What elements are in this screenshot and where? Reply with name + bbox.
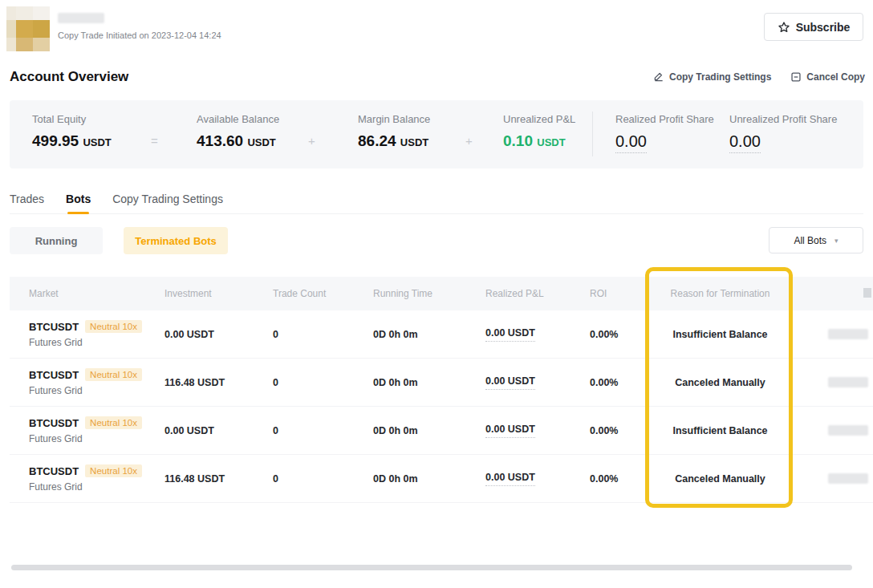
strategy-badge: Neutral 10x bbox=[85, 416, 142, 429]
col-market: Market bbox=[10, 288, 156, 299]
strategy-badge: Neutral 10x bbox=[85, 464, 142, 477]
action-redacted[interactable] bbox=[828, 377, 868, 387]
edit-icon bbox=[653, 71, 664, 83]
stat-unrealized-pnl: Unrealized P&L 0.10 USDT bbox=[503, 113, 575, 150]
col-trade-count: Trade Count bbox=[265, 288, 365, 299]
roi-cell: 0.00% bbox=[582, 329, 646, 340]
bot-type-dropdown-value: All Bots bbox=[794, 235, 826, 246]
strategy-badge: Neutral 10x bbox=[85, 320, 142, 333]
running-time-cell: 0D 0h 0m bbox=[365, 473, 477, 485]
col-running-time: Running Time bbox=[365, 288, 477, 299]
market-symbol: BTCUSDT bbox=[29, 417, 79, 429]
bot-type-label: Futures Grid bbox=[29, 481, 156, 493]
investment-cell: 116.48 USDT bbox=[156, 473, 265, 485]
action-redacted[interactable] bbox=[828, 473, 868, 484]
termination-reason-cell: Insufficient Balance bbox=[646, 425, 794, 436]
running-filter-button[interactable]: Running bbox=[10, 227, 103, 254]
overview-actions: Copy Trading Settings Cancel Copy bbox=[653, 71, 865, 83]
bot-type-label: Futures Grid bbox=[29, 385, 156, 396]
trade-count-cell: 0 bbox=[265, 329, 365, 340]
action-redacted[interactable] bbox=[828, 329, 868, 339]
row-action-cell bbox=[794, 473, 873, 484]
trade-count-cell: 0 bbox=[265, 425, 365, 436]
stat-unrealized-profit-share: Unrealized Profit Share 0.00 bbox=[729, 113, 837, 153]
realized-pnl-cell: 0.00 USDT bbox=[477, 375, 582, 390]
row-action-cell bbox=[794, 377, 873, 387]
stat-margin-balance: Margin Balance 86.24 USDT bbox=[358, 113, 430, 150]
investment-cell: 0.00 USDT bbox=[156, 425, 265, 436]
termination-reason-cell: Insufficient Balance bbox=[646, 329, 794, 340]
clipped-column-sliver bbox=[863, 288, 871, 298]
stats-divider bbox=[592, 112, 593, 156]
plus-operator-1: + bbox=[308, 134, 315, 148]
plus-operator-2: + bbox=[465, 134, 473, 148]
equals-operator: = bbox=[151, 134, 158, 148]
col-realized-pnl: Realized P&L bbox=[477, 288, 582, 299]
cancel-copy-button[interactable]: Cancel Copy bbox=[790, 71, 865, 83]
copy-trading-detail-page: Copy Trade Initiated on 2023-12-04 14:24… bbox=[0, 0, 873, 588]
roi-cell: 0.00% bbox=[582, 377, 646, 388]
horizontal-scrollbar[interactable] bbox=[11, 565, 852, 570]
market-symbol: BTCUSDT bbox=[29, 465, 79, 477]
stat-realized-profit-share: Realized Profit Share 0.00 bbox=[615, 113, 714, 153]
chevron-down-icon: ▾ bbox=[834, 237, 838, 245]
trade-count-cell: 0 bbox=[265, 473, 365, 485]
account-overview-header: Account Overview Copy Trading Settings bbox=[10, 67, 865, 87]
subscribe-button[interactable]: Subscribe bbox=[764, 13, 863, 41]
investment-cell: 116.48 USDT bbox=[156, 377, 265, 388]
table-header-row: Market Investment Trade Count Running Ti… bbox=[10, 277, 873, 310]
page-header: Copy Trade Initiated on 2023-12-04 14:24… bbox=[6, 5, 863, 53]
copy-initiated-text: Copy Trade Initiated on 2023-12-04 14:24 bbox=[58, 30, 221, 40]
page-title: Account Overview bbox=[10, 69, 128, 85]
subscribe-label: Subscribe bbox=[796, 21, 851, 34]
star-icon bbox=[778, 21, 790, 34]
trader-avatar bbox=[6, 6, 50, 51]
table-row: BTCUSDT Neutral 10x Futures Grid 0.00 US… bbox=[10, 310, 873, 359]
bot-type-label: Futures Grid bbox=[29, 337, 156, 348]
minus-square-icon bbox=[790, 71, 802, 83]
bot-type-dropdown[interactable]: All Bots ▾ bbox=[769, 227, 863, 253]
copy-trading-settings-button[interactable]: Copy Trading Settings bbox=[653, 71, 771, 83]
bots-filter-row: Running Terminated Bots All Bots ▾ bbox=[10, 227, 863, 254]
stat-available-balance: Available Balance 413.60 USDT bbox=[197, 113, 279, 150]
main-tabs: Trades Bots Copy Trading Settings bbox=[10, 193, 863, 214]
bot-type-label: Futures Grid bbox=[29, 433, 156, 444]
running-time-cell: 0D 0h 0m bbox=[365, 329, 477, 340]
running-time-cell: 0D 0h 0m bbox=[365, 425, 477, 436]
terminated-bots-filter-button[interactable]: Terminated Bots bbox=[124, 227, 228, 254]
tab-copy-trading-settings[interactable]: Copy Trading Settings bbox=[112, 193, 223, 213]
tab-trades[interactable]: Trades bbox=[10, 193, 44, 213]
action-redacted[interactable] bbox=[828, 425, 868, 436]
account-stats-bar: Total Equity 499.95 USDT = Available Bal… bbox=[10, 100, 863, 168]
roi-cell: 0.00% bbox=[582, 425, 646, 436]
copy-trading-settings-label: Copy Trading Settings bbox=[669, 71, 771, 83]
realized-pnl-cell: 0.00 USDT bbox=[477, 327, 582, 342]
realized-pnl-cell: 0.00 USDT bbox=[477, 472, 582, 486]
table-row: BTCUSDT Neutral 10x Futures Grid 116.48 … bbox=[10, 359, 873, 407]
roi-cell: 0.00% bbox=[582, 473, 646, 485]
tab-bots[interactable]: Bots bbox=[66, 193, 91, 213]
strategy-badge: Neutral 10x bbox=[85, 368, 142, 381]
cancel-copy-label: Cancel Copy bbox=[806, 71, 865, 83]
table-row: BTCUSDT Neutral 10x Futures Grid 0.00 US… bbox=[10, 407, 873, 455]
trader-meta: Copy Trade Initiated on 2023-12-04 14:24 bbox=[58, 13, 221, 40]
running-time-cell: 0D 0h 0m bbox=[365, 377, 477, 388]
row-action-cell bbox=[794, 425, 873, 436]
market-symbol: BTCUSDT bbox=[29, 321, 79, 333]
market-symbol: BTCUSDT bbox=[29, 369, 79, 381]
table-row: BTCUSDT Neutral 10x Futures Grid 116.48 … bbox=[10, 455, 873, 503]
market-cell: BTCUSDT Neutral 10x Futures Grid bbox=[10, 368, 156, 396]
market-cell: BTCUSDT Neutral 10x Futures Grid bbox=[10, 416, 156, 444]
termination-reason-cell: Canceled Manually bbox=[646, 377, 794, 388]
trade-count-cell: 0 bbox=[265, 377, 365, 388]
row-action-cell bbox=[794, 329, 873, 339]
market-cell: BTCUSDT Neutral 10x Futures Grid bbox=[10, 464, 156, 493]
col-roi: ROI bbox=[582, 288, 646, 299]
stat-total-equity: Total Equity 499.95 USDT bbox=[32, 113, 112, 150]
realized-pnl-cell: 0.00 USDT bbox=[477, 424, 582, 438]
termination-reason-cell: Canceled Manually bbox=[646, 473, 794, 485]
investment-cell: 0.00 USDT bbox=[156, 329, 265, 340]
col-reason-for-termination: Reason for Termination bbox=[646, 288, 794, 299]
trader-name-redacted bbox=[58, 13, 104, 23]
terminated-bots-table: Market Investment Trade Count Running Ti… bbox=[10, 277, 873, 503]
